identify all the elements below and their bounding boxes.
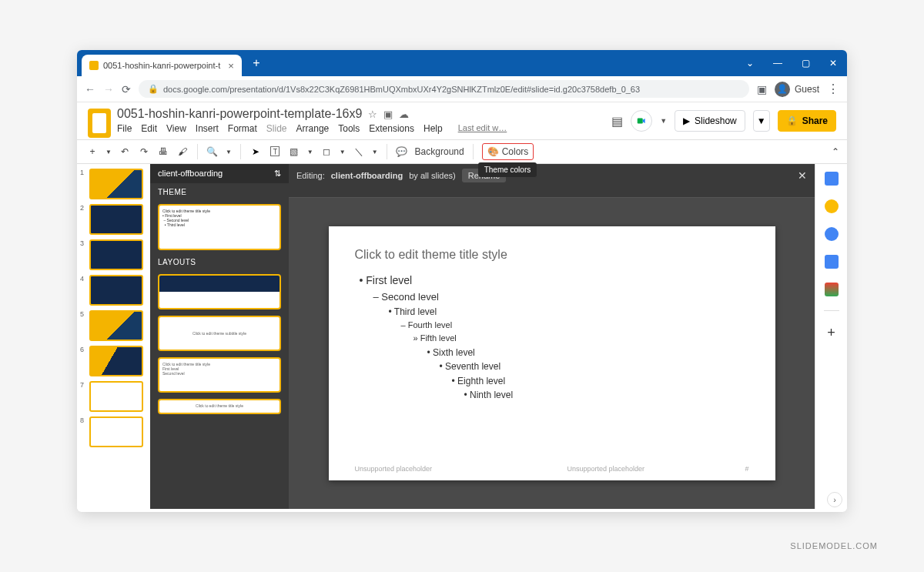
thumb-number: 2 [80,204,86,235]
menu-view[interactable]: View [166,123,186,134]
menu-slide[interactable]: Slide [266,123,287,134]
layout-card[interactable] [158,274,281,309]
slides-logo-icon[interactable] [88,109,111,138]
star-icon[interactable]: ☆ [368,109,377,120]
print-icon[interactable]: 🖶 [157,146,169,157]
last-edit-link[interactable]: Last edit w… [458,123,507,134]
slide-thumb[interactable] [89,239,143,270]
thumb-number: 4 [80,275,86,306]
doc-title[interactable]: 0051-hoshin-kanri-powerpoint-template-16… [117,107,362,121]
menu-arrange[interactable]: Arrange [296,123,330,134]
back-icon[interactable]: ← [85,83,95,95]
close-window-icon[interactable]: ✕ [825,58,841,69]
window-controls: ⌄ — ▢ ✕ [742,58,841,69]
comment-icon[interactable]: 💬 [396,146,408,157]
new-tab-button[interactable]: + [248,55,265,72]
favicon-icon [89,61,99,70]
slide-thumb[interactable] [89,204,143,235]
maximize-icon[interactable]: ▢ [798,58,813,69]
share-button[interactable]: 🔒 Share [778,110,836,132]
shape-icon[interactable]: ◻ [320,146,333,157]
add-on-icon[interactable]: + [827,325,835,341]
list-level: – Fourth level [401,319,749,332]
slideshow-button[interactable]: ▶ Slideshow [675,110,745,132]
menu-edit[interactable]: Edit [141,123,157,134]
install-icon[interactable]: ▣ [757,83,767,95]
thumb-number: 8 [80,416,86,447]
new-slide-icon[interactable]: + [86,146,99,157]
palette-icon: 🎨 [487,146,499,157]
maps-icon[interactable] [825,283,839,296]
comments-icon[interactable]: ▤ [611,114,623,129]
reload-icon[interactable]: ⟳ [122,83,131,95]
master-slide[interactable]: Click to edit theme title style • First … [329,226,775,480]
chevron-down-icon[interactable]: ⌄ [742,58,758,69]
close-editor-icon[interactable]: ✕ [798,169,807,182]
redo-icon[interactable]: ↷ [138,146,150,157]
titlebar: 0051-hoshin-kanri-powerpoint-t × + ⌄ — ▢… [77,50,847,76]
image-icon[interactable]: ▧ [288,146,300,157]
profile-button[interactable]: 👤 Guest [775,82,819,97]
slide-body-placeholder[interactable]: • First level – Second level • Third lev… [355,273,749,403]
slide-thumb[interactable] [89,381,143,412]
list-level: • Seventh level [440,360,749,374]
editor-header: Editing: client-offboarding by all slide… [289,164,815,187]
forward-icon[interactable]: → [103,83,114,95]
layout-card[interactable]: Click to edit theme title style [158,399,281,414]
textbox-icon[interactable]: 🅃 [269,146,281,157]
undo-icon[interactable]: ↶ [119,146,131,157]
slideshow-chevron-icon[interactable]: ▼ [753,110,770,132]
list-level: • Ninth level [464,388,749,403]
calendar-icon[interactable] [825,172,839,186]
url-field[interactable]: 🔒 docs.google.com/presentation/d/1Vs8x22… [139,80,749,98]
keep-icon[interactable] [825,199,839,213]
slide-title-placeholder[interactable]: Click to edit theme title style [355,248,749,262]
svg-rect-0 [638,119,643,124]
menu-file[interactable]: File [117,123,132,134]
select-icon[interactable]: ➤ [249,146,262,157]
browser-window: 0051-hoshin-kanri-powerpoint-t × + ⌄ — ▢… [77,50,847,512]
thumb-number: 3 [80,239,86,270]
address-bar: ← → ⟳ 🔒 docs.google.com/presentation/d/1… [77,76,847,102]
meet-chevron-icon[interactable]: ▼ [660,117,667,125]
tab-title: 0051-hoshin-kanri-powerpoint-t [103,61,220,70]
theme-panel: client-offboarding ⇅ THEME Click to edit… [150,164,289,509]
menu-insert[interactable]: Insert [196,123,219,134]
menu-format[interactable]: Format [228,123,257,134]
side-panel-toggle-icon[interactable]: › [827,492,842,507]
tasks-icon[interactable] [825,227,839,241]
theme-menu-icon[interactable]: ⇅ [274,169,281,179]
ruler[interactable] [289,187,815,198]
layout-card[interactable]: Click to edit theme title styleFirst lev… [158,357,281,393]
line-icon[interactable]: ＼ [353,146,365,159]
toolbar: +▼ ↶ ↷ 🖶 🖌 🔍▼ ➤ 🅃 ▧▼ ◻▼ ＼▼ 💬 Background … [77,139,847,164]
theme-master-card[interactable]: Click to edit theme title style• First l… [158,204,281,250]
kebab-menu-icon[interactable]: ⋮ [827,82,839,96]
theme-editor: Editing: client-offboarding by all slide… [289,164,815,509]
paint-format-icon[interactable]: 🖌 [176,146,189,157]
slide-thumb[interactable] [89,416,143,447]
zoom-icon[interactable]: 🔍 [206,146,219,157]
menu-extensions[interactable]: Extensions [369,123,414,134]
meet-button[interactable] [631,110,652,132]
menu-tools[interactable]: Tools [338,123,360,134]
thumb-number: 6 [80,346,86,376]
contacts-icon[interactable] [825,255,839,269]
collapse-toolbar-icon[interactable]: ⌃ [832,146,839,157]
browser-tab[interactable]: 0051-hoshin-kanri-powerpoint-t × [82,55,242,76]
menu-help[interactable]: Help [424,123,443,134]
layout-card[interactable]: Click to edit theme subtitle style [158,316,281,351]
background-button[interactable]: Background [415,146,464,157]
thumb-number: 1 [80,169,86,199]
minimize-icon[interactable]: — [770,58,785,69]
slide-thumb[interactable] [89,346,143,376]
slide-thumb[interactable] [89,169,143,199]
canvas[interactable]: Click to edit theme title style • First … [289,198,815,509]
cloud-icon[interactable]: ☁ [399,109,409,120]
colors-button[interactable]: 🎨 Colors Theme colors [482,143,534,160]
slide-thumb[interactable] [89,310,143,341]
app-header: 0051-hoshin-kanri-powerpoint-template-16… [77,102,847,139]
move-icon[interactable]: ▣ [383,109,393,120]
slide-thumb[interactable] [89,275,143,306]
close-tab-icon[interactable]: × [228,60,234,72]
